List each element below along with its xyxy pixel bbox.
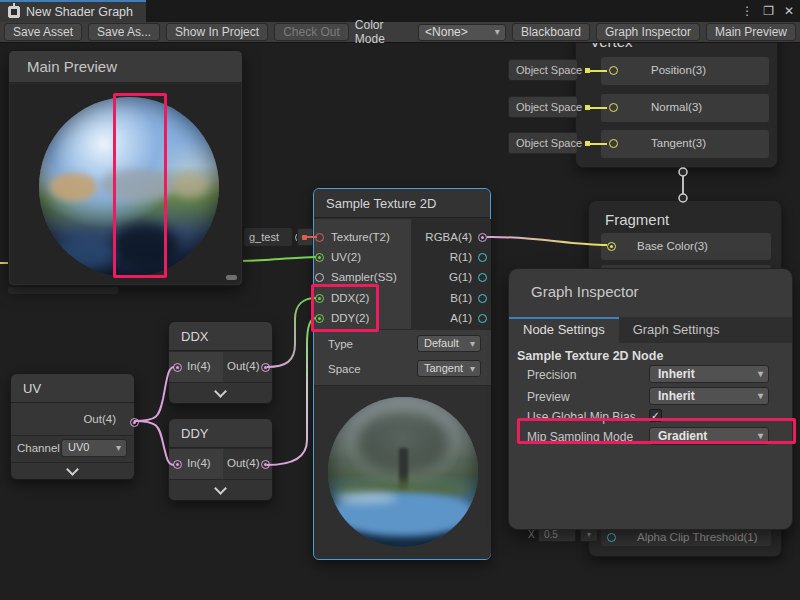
mip-bias-checkbox[interactable]: ✓ <box>649 409 662 422</box>
main-preview-panel[interactable]: Main Preview <box>8 50 243 286</box>
ddy-node-title[interactable]: DDY <box>169 419 272 448</box>
maximize-icon[interactable]: ❐ <box>763 4 774 18</box>
binding-normal-wire <box>590 107 607 109</box>
ddy-out-label: Out(4) <box>227 457 260 469</box>
house-right <box>172 173 208 198</box>
sample-type-dropdown[interactable]: Default <box>417 335 481 352</box>
sample-output-r-label: R(1) <box>450 251 472 263</box>
tab-node-settings[interactable]: Node Settings <box>509 317 619 343</box>
sample-g-port[interactable] <box>478 273 487 282</box>
binding-normal: Object Space <box>508 96 578 118</box>
mip-sampling-dropdown[interactable]: Gradient <box>649 427 769 445</box>
fragment-alphaclip-port[interactable] <box>607 533 616 542</box>
vertex-slot-tangent-label: Tangent(3) <box>651 137 706 149</box>
uv-out-port[interactable] <box>130 418 139 427</box>
vertex-slot-tangent: Tangent(3) <box>601 130 769 158</box>
ddx-collapse-row[interactable] <box>169 382 272 403</box>
vertex-fragment-link <box>679 168 687 202</box>
texture-field-box[interactable] <box>297 228 313 246</box>
uv-channel-dropdown[interactable]: UV0 <box>61 439 127 457</box>
fragment-basecolor-port[interactable] <box>607 242 616 251</box>
close-icon[interactable]: ✕ <box>784 4 794 18</box>
uv-collapse-row[interactable] <box>11 462 134 479</box>
vertex-node[interactable]: Vertex Position(3) Normal(3) Tangent(3) <box>575 28 778 168</box>
ddy-in-port[interactable] <box>173 460 182 469</box>
graph-inspector-panel[interactable]: Graph Inspector Node Settings Graph Sett… <box>508 268 793 530</box>
graph-inspector-title[interactable]: Graph Inspector <box>509 269 792 300</box>
sample-type-label: Type <box>328 338 353 350</box>
preview-dropdown[interactable]: Inherit <box>649 387 769 405</box>
check-out-button: Check Out <box>274 23 349 41</box>
tab-graph-settings[interactable]: Graph Settings <box>619 317 734 343</box>
ddy-collapse-row[interactable] <box>169 479 272 500</box>
mip-sampling-label: Mip Sampling Mode <box>527 430 633 444</box>
precision-dropdown[interactable]: Inherit <box>649 365 769 383</box>
binding-position-label: Object Space <box>516 64 582 76</box>
uv-out-label: Out(4) <box>83 413 116 425</box>
ddx-collapse-chevron-icon[interactable] <box>214 385 227 398</box>
blue-reflection <box>53 237 114 269</box>
vertex-normal-port[interactable] <box>609 103 618 112</box>
sample-rgba-port[interactable] <box>478 233 487 242</box>
main-preview-button[interactable]: Main Preview <box>706 23 796 41</box>
uv-collapse-chevron-icon[interactable] <box>66 463 79 476</box>
uv-channel-row: Channel UV0 <box>11 436 134 462</box>
alphaclip-axis-label: X <box>528 529 535 540</box>
house-center <box>100 169 176 201</box>
ddy-collapse-chevron-icon[interactable] <box>214 482 227 495</box>
ddy-node[interactable]: DDY In(4) Out(4) <box>168 418 273 501</box>
uv-node[interactable]: UV Out(4) Channel UV0 <box>10 373 135 480</box>
save-asset-button[interactable]: Save Asset <box>4 23 82 41</box>
sample-space-dropdown[interactable]: Tangent <box>417 360 481 377</box>
ddx-in-port[interactable] <box>173 363 182 372</box>
uv-node-title[interactable]: UV <box>11 374 134 403</box>
ddx-node-title[interactable]: DDX <box>169 322 272 351</box>
ddy-out-port[interactable] <box>261 460 270 469</box>
sample-texture-node-title[interactable]: Sample Texture 2D <box>314 189 490 218</box>
menu-icon[interactable]: ⋮ <box>741 4 753 18</box>
binding-position: Object Space <box>508 59 578 81</box>
sample-input-uv-label: UV(2) <box>331 251 361 263</box>
property-node-g-test[interactable]: g_test <box>243 227 293 247</box>
vertex-position-port[interactable] <box>609 66 618 75</box>
preview-resize-handle[interactable] <box>226 275 237 280</box>
main-preview-sphere <box>39 97 219 277</box>
inspector-node-header: Sample Texture 2D Node <box>517 349 663 363</box>
binding-tangent-wire <box>590 143 607 145</box>
vertex-tangent-port[interactable] <box>609 139 618 148</box>
preview-label: Preview <box>527 390 570 404</box>
sample-a-port[interactable] <box>478 314 487 323</box>
sample-texture-node[interactable]: Sample Texture 2D Texture(T2) UV(2) Samp… <box>313 188 491 560</box>
wire-ddxout-ddx2[interactable] <box>267 298 316 367</box>
house-left <box>50 173 97 202</box>
sample-output-rgba-label: RGBA(4) <box>425 231 472 243</box>
ddx-in-label: In(4) <box>187 360 211 372</box>
binding-normal-label: Object Space <box>516 101 582 113</box>
shader-graph-window: Vertex Position(3) Normal(3) Tangent(3) … <box>0 0 800 600</box>
tab-new-shader-graph[interactable]: New Shader Graph <box>0 0 146 22</box>
sample-b-port[interactable] <box>478 294 487 303</box>
fragment-node-title: Fragment <box>605 211 669 228</box>
blackboard-button[interactable]: Blackboard <box>512 23 590 41</box>
sample-node-preview <box>314 385 491 559</box>
sample-sampler-port[interactable] <box>315 273 324 282</box>
wire-ddyout-ddy2[interactable] <box>267 318 316 465</box>
sample-ddy-port[interactable] <box>315 314 324 323</box>
color-mode-dropdown[interactable]: <None> <box>418 24 506 41</box>
dark-reflection <box>111 223 179 270</box>
ddx-out-port[interactable] <box>261 363 270 372</box>
toolbar: Save Asset Save As... Show In Project Ch… <box>0 22 800 43</box>
fragment-slot-alphaclip-label: Alpha Clip Threshold(1) <box>637 531 758 543</box>
sample-ddx-port[interactable] <box>315 294 324 303</box>
ddx-node[interactable]: DDX In(4) Out(4) <box>168 321 273 404</box>
window-controls: ⋮ ❐ ✕ <box>741 0 794 22</box>
sample-r-port[interactable] <box>478 253 487 262</box>
show-in-project-button[interactable]: Show In Project <box>166 23 268 41</box>
graph-inspector-button[interactable]: Graph Inspector <box>596 23 700 41</box>
save-as-button[interactable]: Save As... <box>88 23 160 41</box>
sample-texture-port[interactable] <box>315 233 324 242</box>
fragment-slot-basecolor-label: Base Color(3) <box>637 240 708 252</box>
sample-uv-port[interactable] <box>315 253 324 262</box>
vertex-slot-normal: Normal(3) <box>601 94 769 122</box>
main-preview-title[interactable]: Main Preview <box>9 51 242 83</box>
